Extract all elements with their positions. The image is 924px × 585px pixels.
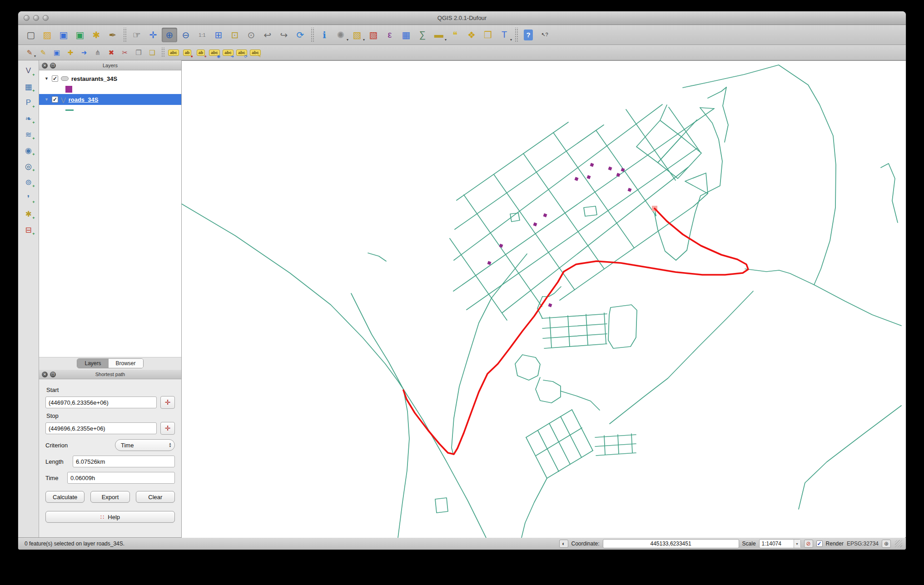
save-project-icon[interactable]: ▣ [56, 28, 71, 42]
pan-to-selection-icon[interactable]: ✛ [145, 28, 161, 42]
calculate-button[interactable]: Calculate [45, 491, 84, 503]
zoom-last-icon[interactable]: ↩ [260, 28, 275, 42]
layer-checkbox[interactable]: ✓ [52, 96, 58, 103]
add-raster-layer-icon[interactable]: ▦+ [22, 81, 35, 93]
attribute-table-icon[interactable]: ▦ [398, 28, 414, 42]
road-line [595, 444, 636, 446]
capture-start-point-button[interactable]: ✛ [160, 396, 175, 409]
capture-stop-point-button[interactable]: ✛ [160, 422, 175, 435]
add-postgis-layer-icon[interactable]: P+ [22, 97, 35, 109]
label-pin-icon[interactable]: ab● [194, 47, 207, 59]
coordinate-capture-icon[interactable]: ◐ [559, 540, 568, 548]
show-bookmarks-icon[interactable]: ❒ [480, 28, 496, 42]
collapse-triangle-icon[interactable]: ▼ [45, 97, 49, 102]
map-tips-icon[interactable]: ❝ [447, 28, 463, 42]
layer-checkbox[interactable]: ✓ [52, 75, 58, 82]
cut-features-icon[interactable]: ✂ [119, 47, 131, 59]
add-delimited-text-layer-icon[interactable]: ❜+ [22, 192, 35, 204]
road-line [351, 293, 486, 538]
zoom-to-layer-icon[interactable]: ⊙ [243, 28, 259, 42]
time-output[interactable] [67, 472, 175, 484]
open-project-icon[interactable]: ▨ [40, 28, 55, 42]
current-edits-icon[interactable]: ✎▾ [23, 47, 36, 59]
field-calculator-icon[interactable]: ∑ [415, 28, 430, 42]
label-visibility-icon[interactable]: abc◉ [208, 47, 221, 59]
paste-features-icon[interactable]: ❏ [146, 47, 159, 59]
copy-features-icon[interactable]: ❐ [132, 47, 145, 59]
composer-manager-icon[interactable]: ✒ [105, 28, 120, 42]
float-panel-icon[interactable]: ❐ [50, 372, 56, 377]
add-wms-layer-icon[interactable]: ◉+ [22, 144, 35, 156]
new-bookmark-icon[interactable]: ❖ [464, 28, 479, 42]
toggle-editing-icon[interactable]: ✎ [37, 47, 50, 59]
label-pin-selected-icon[interactable]: ab● [181, 47, 194, 59]
render-checkbox[interactable]: ✓ [816, 540, 823, 547]
zoom-to-selection-icon[interactable]: ⊡ [227, 28, 243, 42]
zoom-out-icon[interactable]: ⊖ [178, 28, 194, 42]
export-button[interactable]: Export [90, 491, 129, 503]
add-wcs-layer-icon[interactable]: ◎+ [22, 160, 35, 172]
add-mssql-layer-icon[interactable]: ≋+ [22, 129, 35, 140]
add-wfs-layer-icon[interactable]: ⊚+ [22, 176, 35, 188]
new-composer-icon[interactable]: ✱ [89, 28, 104, 42]
layer-item-restaurants[interactable]: ▼ ✓ restaurants_34S [39, 73, 181, 84]
add-vector-layer-icon[interactable]: V+ [22, 65, 35, 77]
add-spatialite-layer-icon[interactable]: ❧+ [22, 113, 35, 124]
help-button[interactable]: ∷ Help [45, 511, 175, 523]
node-tool-icon[interactable]: ⋔ [91, 47, 104, 59]
zoom-next-icon[interactable]: ↪ [276, 28, 292, 42]
layer-item-roads[interactable]: ▼ ✓ ⋁ roads_34S [39, 94, 181, 105]
resize-grip[interactable] [895, 540, 902, 547]
clear-button[interactable]: Clear [136, 491, 175, 503]
plus-badge: + [32, 232, 35, 236]
save-layer-edits-icon[interactable]: ▣ [50, 47, 63, 59]
move-feature-icon[interactable]: ➜ [78, 47, 90, 59]
label-move-icon[interactable]: abc➜ [222, 47, 234, 59]
close-panel-icon[interactable]: ✕ [42, 372, 48, 377]
whats-this-icon[interactable]: ↖? [537, 28, 552, 42]
labeling-icon[interactable]: abc [167, 47, 180, 59]
deselect-features-icon[interactable]: ▧ [366, 28, 381, 42]
map-canvas[interactable] [182, 60, 906, 537]
label-properties-icon[interactable]: abc✎ [249, 47, 262, 59]
layer-name[interactable]: restaurants_34S [71, 75, 117, 82]
identify-features-icon[interactable]: ℹ [317, 28, 332, 42]
start-input[interactable] [45, 397, 157, 408]
remove-layer-icon[interactable]: ⊟+ [22, 224, 35, 236]
length-output[interactable] [73, 456, 175, 467]
select-by-expression-icon[interactable]: ε [382, 28, 397, 42]
zoom-native-icon[interactable]: 1:1 [194, 28, 210, 42]
tab-browser[interactable]: Browser [109, 359, 143, 368]
select-features-icon[interactable]: ▧▾ [349, 28, 365, 42]
label-rotate-icon[interactable]: abc⟳ [235, 47, 248, 59]
zoom-in-icon[interactable]: ⊕ [162, 28, 177, 42]
help-icon[interactable]: ? [521, 28, 536, 42]
new-project-icon[interactable]: ▢ [23, 28, 39, 42]
float-panel-icon[interactable]: ❐ [50, 63, 56, 69]
text-annotation-icon[interactable]: T▾ [497, 28, 512, 42]
minimize-window-button[interactable] [33, 15, 39, 21]
delete-selected-icon[interactable]: ✖ [105, 47, 118, 59]
coordinate-input[interactable] [603, 539, 739, 548]
time-label: Time [45, 475, 64, 481]
new-shapefile-layer-icon[interactable]: ✱+ [22, 208, 35, 220]
title-bar[interactable]: QGIS 2.0.1-Dufour [18, 11, 906, 25]
criterion-select[interactable]: Time ▲▼ [115, 439, 175, 451]
close-panel-icon[interactable]: ✕ [42, 63, 48, 69]
stop-render-icon[interactable]: ⊘ [804, 540, 813, 548]
save-project-as-icon[interactable]: ▣ [72, 28, 88, 42]
crs-status-icon[interactable]: ⊕ [882, 540, 891, 548]
stop-input[interactable] [45, 422, 157, 434]
layer-name[interactable]: roads_34S [69, 96, 99, 103]
scale-select[interactable]: 1:14074 ▼ [759, 539, 801, 548]
zoom-full-icon[interactable]: ⊞ [211, 28, 226, 42]
collapse-triangle-icon[interactable]: ▼ [45, 76, 49, 81]
tab-layers[interactable]: Layers [77, 359, 108, 368]
measure-icon[interactable]: ▬▾ [431, 28, 447, 42]
run-feature-action-icon[interactable]: ✺▾ [333, 28, 348, 42]
close-window-button[interactable] [24, 15, 30, 21]
refresh-icon[interactable]: ⟳ [293, 28, 308, 42]
add-feature-icon[interactable]: ✚ [64, 47, 77, 59]
zoom-window-button[interactable] [43, 15, 49, 21]
pan-map-icon[interactable]: ☞ [129, 28, 144, 42]
